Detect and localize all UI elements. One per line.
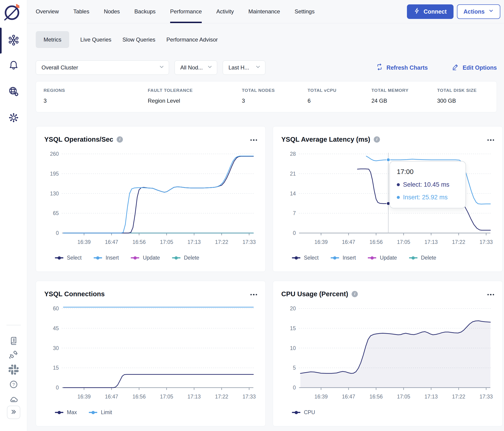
legend-item[interactable]: Select [55, 255, 82, 261]
info-icon[interactable]: i [351, 291, 358, 297]
yugabyte-logo[interactable] [3, 2, 22, 22]
sidebar-item-cloud-status[interactable] [8, 394, 20, 406]
legend-item[interactable]: Insert [94, 255, 119, 261]
svg-text:17:33: 17:33 [480, 239, 493, 245]
svg-text:16:47: 16:47 [342, 239, 355, 245]
chart-plot[interactable]: 06513019526016:3916:4716:5617:0517:1317:… [38, 146, 257, 254]
stat-value: 300 GB [437, 98, 497, 104]
sidebar-active-indicator [0, 28, 2, 54]
legend-item[interactable]: CPU [292, 409, 315, 415]
nav-tab[interactable]: Maintenance [248, 0, 280, 23]
svg-text:30: 30 [53, 345, 59, 351]
svg-text:17:05: 17:05 [160, 239, 173, 245]
svg-text:28: 28 [290, 151, 296, 157]
sidebar-item-clusters[interactable] [8, 35, 20, 47]
svg-text:60: 60 [53, 305, 59, 312]
globe-gear-icon [8, 86, 19, 98]
stat-value: 24 GB [371, 98, 437, 104]
legend-item[interactable]: Insert [331, 255, 356, 261]
nav-tab[interactable]: Performance [170, 0, 202, 23]
nav-tab[interactable]: Tables [73, 0, 89, 23]
legend-item[interactable]: Update [368, 255, 397, 261]
sidebar-item-help[interactable]: ? [8, 379, 20, 391]
chart-title: YSQL Connections [44, 290, 105, 298]
chart-tooltip: 17:00 Select: 10.45 ms Insert: 25.92 ms [389, 161, 466, 208]
svg-text:17:13: 17:13 [188, 239, 201, 245]
sidebar-item-slack[interactable] [8, 364, 20, 376]
svg-text:17:13: 17:13 [188, 394, 201, 400]
sidebar-divider [7, 325, 21, 325]
cluster-summary-bar: REGIONS 3 FAULT TOLERANCE Region Level T… [36, 81, 497, 112]
chart-plot[interactable]: 01530456016:3916:4716:5617:0517:1317:221… [38, 300, 257, 409]
legend-item[interactable]: Limit [89, 409, 112, 415]
help-icon: ? [8, 379, 19, 391]
svg-text:16:56: 16:56 [132, 239, 146, 245]
sidebar-item-settings[interactable] [8, 112, 20, 124]
info-icon[interactable]: i [117, 136, 123, 143]
top-navigation: Overview Tables Nodes Backups Performanc… [27, 0, 504, 23]
svg-text:21: 21 [290, 171, 296, 177]
svg-text:16:47: 16:47 [105, 394, 118, 400]
bell-icon [8, 60, 19, 72]
nav-tab[interactable]: Nodes [104, 0, 120, 23]
cluster-network-icon [8, 34, 20, 47]
svg-text:7: 7 [293, 210, 296, 216]
svg-text:17:22: 17:22 [452, 394, 465, 400]
sidebar-item-integrations[interactable] [8, 349, 20, 361]
refresh-charts-link[interactable]: Refresh Charts [376, 64, 428, 72]
legend-item[interactable]: Update [131, 255, 160, 261]
sidebar: ? [0, 0, 27, 431]
summary-stat: REGIONS 3 [44, 88, 148, 112]
nav-tab[interactable]: Settings [295, 0, 315, 23]
svg-text:5: 5 [293, 365, 296, 371]
subtab[interactable]: Performance Advisor [166, 31, 218, 48]
sidebar-item-alerts[interactable] [8, 60, 20, 72]
nav-tab[interactable]: Backups [135, 0, 156, 23]
time-range-select[interactable]: Last H... [223, 60, 265, 75]
nav-tab[interactable]: Activity [216, 0, 234, 23]
chart-title: CPU Usage (Percent) [281, 290, 348, 298]
info-icon[interactable]: i [374, 136, 380, 143]
svg-text:45: 45 [53, 325, 59, 331]
nodes-select[interactable]: All Nod... [175, 60, 217, 75]
more-menu-icon[interactable] [487, 138, 494, 141]
gear-icon [8, 112, 19, 124]
actions-button[interactable]: Actions [457, 4, 500, 19]
edit-options-link[interactable]: Edit Options [452, 64, 497, 72]
sidebar-item-docs[interactable] [8, 335, 20, 347]
svg-text:10: 10 [290, 345, 296, 351]
legend-item[interactable]: Select [292, 255, 319, 261]
svg-text:17:33: 17:33 [243, 239, 256, 245]
more-menu-icon[interactable] [250, 293, 257, 295]
svg-text:16:47: 16:47 [105, 239, 118, 245]
subtab[interactable]: Metrics [36, 31, 69, 48]
book-icon [8, 335, 19, 347]
chart-title: YSQL Average Latency (ms) [281, 136, 370, 143]
cluster-select[interactable]: Overall Cluster [36, 60, 169, 75]
subtab[interactable]: Live Queries [80, 31, 111, 48]
tooltip-row: Select: 10.45 ms [397, 181, 460, 188]
svg-text:20: 20 [290, 305, 296, 312]
refresh-icon [376, 64, 383, 72]
plug-icon [8, 349, 19, 361]
more-menu-icon[interactable] [250, 138, 257, 141]
metrics-subtabs: Metrics Live Queries Slow Queries Perfor… [36, 31, 504, 48]
tooltip-row: Insert: 25.92 ms [397, 194, 460, 201]
legend-item[interactable]: Max [55, 409, 77, 415]
stat-value: 6 [307, 98, 371, 104]
sidebar-expand-button[interactable] [7, 406, 20, 419]
sidebar-item-regions[interactable] [8, 86, 20, 98]
chart-plot[interactable]: 0510152016:3916:4716:5617:0517:1317:2217… [275, 300, 494, 409]
chart-card-cpu-usage: CPU Usage (Percent) i 0510152016:3916:47… [273, 281, 503, 426]
svg-text:65: 65 [53, 210, 59, 216]
more-menu-icon[interactable] [487, 293, 494, 295]
chevron-down-icon [488, 8, 494, 15]
nav-tab[interactable]: Overview [36, 0, 59, 23]
legend-item[interactable]: Delete [409, 255, 436, 261]
legend-item[interactable]: Delete [172, 255, 199, 261]
summary-stat: TOTAL DISK SIZE 300 GB [437, 88, 497, 112]
svg-text:17:13: 17:13 [424, 239, 438, 245]
svg-text:16:56: 16:56 [369, 394, 383, 400]
subtab[interactable]: Slow Queries [122, 31, 155, 48]
connect-button[interactable]: Connect [407, 4, 453, 19]
